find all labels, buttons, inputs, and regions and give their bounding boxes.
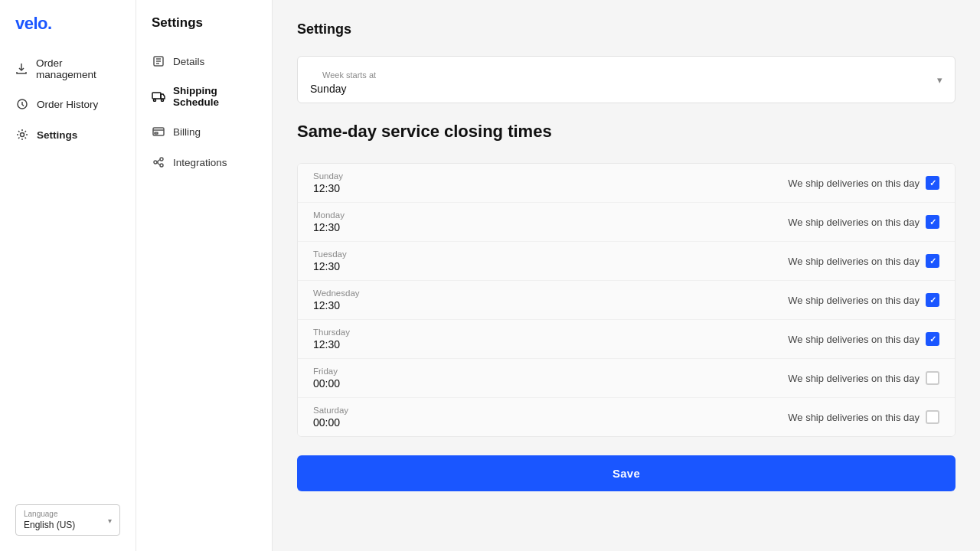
settings-nav-details[interactable]: Details <box>136 46 272 77</box>
svg-point-5 <box>162 99 164 102</box>
checkbox-saturday[interactable] <box>926 410 939 424</box>
same-day-title: Same-day service closing times <box>297 122 956 142</box>
checkbox-tuesday[interactable] <box>926 254 939 268</box>
chevron-down-icon: ▾ <box>108 516 112 524</box>
day-info-sunday: Sunday 12:30 <box>313 171 343 194</box>
day-row-sunday: Sunday 12:30 We ship deliveries on this … <box>298 164 955 202</box>
day-row-saturday: Saturday 00:00 We ship deliveries on thi… <box>298 397 955 436</box>
truck-icon <box>152 90 165 103</box>
checkbox-thursday[interactable] <box>926 332 939 346</box>
svg-rect-7 <box>155 132 158 134</box>
same-day-table: Sunday 12:30 We ship deliveries on this … <box>297 163 956 437</box>
sidebar-item-order-management[interactable]: Order management <box>0 49 136 89</box>
card-icon <box>152 125 165 139</box>
day-checkbox-area-tuesday: We ship deliveries on this day <box>788 254 939 268</box>
language-selector[interactable]: Language English (US) ▾ <box>15 504 120 536</box>
settings-nav-title: Settings <box>136 15 272 46</box>
day-info-saturday: Saturday 00:00 <box>313 406 348 429</box>
day-checkbox-area-friday: We ship deliveries on this day <box>788 371 939 385</box>
day-row-monday: Monday 12:30 We ship deliveries on this … <box>298 202 955 241</box>
settings-nav-integrations[interactable]: Integrations <box>136 147 272 178</box>
gear-icon <box>15 128 29 142</box>
settings-nav-panel: Settings Details Shipping Schedule <box>136 0 273 551</box>
svg-point-1 <box>21 133 24 137</box>
sidebar-item-order-history[interactable]: Order History <box>0 89 136 119</box>
settings-nav-billing[interactable]: Billing <box>136 116 272 147</box>
integrations-icon <box>152 155 165 169</box>
day-checkbox-area-monday: We ship deliveries on this day <box>788 215 939 229</box>
svg-point-10 <box>160 164 163 167</box>
sidebar-footer: Language English (US) ▾ <box>0 504 136 536</box>
week-starts-dropdown[interactable]: Week starts at Sunday ▾ <box>297 56 956 103</box>
day-row-thursday: Thursday 12:30 We ship deliveries on thi… <box>298 319 955 358</box>
svg-point-9 <box>160 158 163 161</box>
day-info-thursday: Thursday 12:30 <box>313 328 350 350</box>
svg-point-8 <box>154 161 157 164</box>
day-checkbox-area-wednesday: We ship deliveries on this day <box>788 293 939 307</box>
app-logo: velo. <box>0 0 136 49</box>
day-row-wednesday: Wednesday 12:30 We ship deliveries on th… <box>298 280 955 319</box>
page-title: Settings <box>297 21 956 37</box>
save-button[interactable]: Save <box>297 455 956 491</box>
day-checkbox-area-sunday: We ship deliveries on this day <box>788 176 939 190</box>
download-icon <box>15 62 28 76</box>
details-icon <box>152 54 165 68</box>
checkbox-sunday[interactable] <box>926 176 939 190</box>
day-row-friday: Friday 00:00 We ship deliveries on this … <box>298 358 955 397</box>
chevron-down-icon: ▾ <box>937 74 942 86</box>
clock-icon <box>15 97 29 111</box>
sidebar-item-settings[interactable]: Settings <box>0 119 136 150</box>
day-row-tuesday: Tuesday 12:30 We ship deliveries on this… <box>298 241 955 280</box>
main-panel: Settings Week starts at Sunday ▾ Same-da… <box>273 0 980 551</box>
checkbox-monday[interactable] <box>926 215 939 229</box>
day-info-friday: Friday 00:00 <box>313 367 340 390</box>
day-info-monday: Monday 12:30 <box>313 210 345 233</box>
checkbox-wednesday[interactable] <box>926 293 939 307</box>
day-checkbox-area-thursday: We ship deliveries on this day <box>788 332 939 346</box>
settings-nav-shipping-schedule[interactable]: Shipping Schedule <box>136 77 272 116</box>
checkbox-friday[interactable] <box>926 371 939 385</box>
day-info-tuesday: Tuesday 12:30 <box>313 249 347 272</box>
day-checkbox-area-saturday: We ship deliveries on this day <box>788 410 939 424</box>
svg-rect-3 <box>152 93 161 99</box>
svg-point-4 <box>154 99 156 102</box>
week-starts-value: Sunday <box>310 83 942 95</box>
day-info-wednesday: Wednesday 12:30 <box>313 289 360 311</box>
